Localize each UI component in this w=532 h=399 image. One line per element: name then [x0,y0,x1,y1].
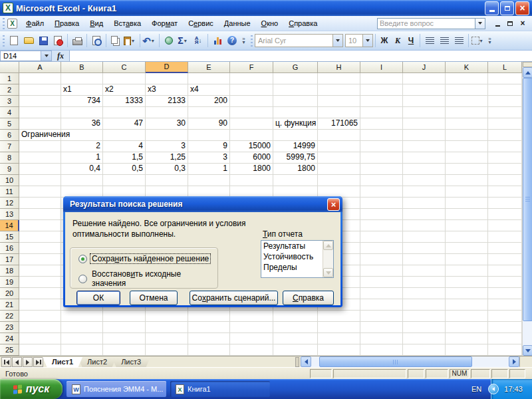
cell-J5[interactable] [403,118,446,130]
scroll-up-button[interactable] [523,67,532,78]
cell-A1[interactable] [19,73,61,84]
cell-A21[interactable] [19,299,61,311]
cell-J23[interactable] [403,322,446,333]
cell-A15[interactable] [19,231,61,243]
cell-C22[interactable] [103,311,146,322]
cell-I22[interactable] [360,311,403,322]
autosum-button[interactable]: Σ▾ [176,33,191,48]
cell-A24[interactable] [19,333,61,344]
font-name-combo[interactable]: Arial Cyr [255,34,343,47]
cell-A11[interactable] [19,186,61,198]
excel-workbook-task[interactable]: XКнига1 [170,381,270,397]
row-header-21[interactable]: 21 [0,299,19,311]
radio-save-solution[interactable]: Сохранить найденное решение [78,254,210,263]
cell-G8[interactable]: 5999,75 [273,152,318,164]
cell-E1[interactable] [188,73,230,84]
cell-J10[interactable] [403,175,446,186]
cell-A7[interactable] [19,141,61,152]
cell-B9[interactable]: 0,4 [61,164,103,175]
question-input[interactable] [377,18,475,29]
cell-G9[interactable]: 1800 [273,164,318,175]
cell-I2[interactable] [360,84,403,96]
sort-button[interactable]: АЯ ↓ [191,33,205,48]
cell-K16[interactable] [446,243,488,254]
cell-F22[interactable] [230,311,273,322]
row-header-8[interactable]: 8 [0,152,19,164]
cell-H10[interactable] [318,175,360,186]
align-left-button[interactable] [422,33,437,48]
cell-A8[interactable] [19,152,61,164]
chart-wizard-button[interactable] [210,33,225,48]
language-indicator[interactable]: EN [471,385,481,393]
row-header-12[interactable]: 12 [0,198,19,209]
toolbar-options-chevron[interactable]: »▾ [485,33,494,48]
row-header-13[interactable]: 13 [0,209,19,220]
row-header-14[interactable]: 14 [0,220,19,231]
align-right-button[interactable] [452,33,466,48]
cell-I3[interactable] [360,96,403,107]
ok-button[interactable]: ОК [76,291,120,305]
toolbar-grip[interactable] [2,18,5,29]
menu-item-tools[interactable]: Сервис [183,17,219,29]
vertical-scroll-thumb[interactable] [523,78,532,321]
cell-I7[interactable] [360,141,403,152]
column-header-E[interactable]: E [188,62,230,73]
column-header-G[interactable]: G [273,62,318,73]
cell-F8[interactable]: 6000 [230,152,273,164]
tab-split-handle[interactable] [295,357,299,367]
cell-G22[interactable] [273,311,318,322]
cell-B2[interactable]: x1 [61,84,103,96]
cell-L12[interactable] [488,198,522,209]
cell-A25[interactable] [19,344,61,356]
cell-J25[interactable] [403,344,446,356]
cell-I17[interactable] [360,254,403,265]
permission-button[interactable] [51,33,65,48]
cell-E22[interactable] [188,311,230,322]
scroll-left-button[interactable] [301,356,311,367]
italic-button[interactable]: К [391,34,404,47]
cell-L22[interactable] [488,311,522,322]
cell-K13[interactable] [446,209,488,220]
cell-I4[interactable] [360,107,403,118]
cell-F9[interactable]: 1800 [230,164,273,175]
hide-icons-chevron[interactable] [488,384,499,394]
cell-K23[interactable] [446,322,488,333]
cell-C2[interactable]: x2 [103,84,146,96]
cell-H2[interactable] [318,84,360,96]
cell-K21[interactable] [446,299,488,311]
cell-J2[interactable] [403,84,446,96]
cell-J24[interactable] [403,333,446,344]
cell-E4[interactable] [188,107,230,118]
save-scenario-button[interactable]: Сохранить сценарий... [190,291,278,305]
cell-J6[interactable] [403,130,446,141]
row-header-9[interactable]: 9 [0,164,19,175]
cell-D3[interactable]: 2133 [146,96,188,107]
cell-G23[interactable] [273,322,318,333]
cell-A6[interactable]: Ограничения [19,130,61,141]
cell-C6[interactable] [103,130,146,141]
cell-B23[interactable] [61,322,103,333]
listbox-scroll-down[interactable] [323,268,333,277]
cell-L24[interactable] [488,333,522,344]
cell-E5[interactable]: 90 [188,118,230,130]
font-size-dropdown[interactable] [362,35,372,47]
name-box[interactable]: D14 [0,51,41,61]
last-sheet-button[interactable] [33,357,43,367]
cell-L23[interactable] [488,322,522,333]
underline-button[interactable]: Ч [404,34,418,47]
cell-L1[interactable] [488,73,522,84]
row-header-10[interactable]: 10 [0,175,19,186]
cell-H7[interactable] [318,141,360,152]
row-header-24[interactable]: 24 [0,333,19,344]
cell-A18[interactable] [19,265,61,277]
cell-L20[interactable] [488,288,522,299]
cell-J22[interactable] [403,311,446,322]
cell-K22[interactable] [446,311,488,322]
cell-J7[interactable] [403,141,446,152]
listbox-scroll-up[interactable] [323,241,333,250]
cell-L21[interactable] [488,299,522,311]
save-button[interactable] [36,33,51,48]
cell-A14[interactable] [19,220,61,231]
cell-H24[interactable] [318,333,360,344]
column-header-A[interactable]: A [19,62,61,73]
